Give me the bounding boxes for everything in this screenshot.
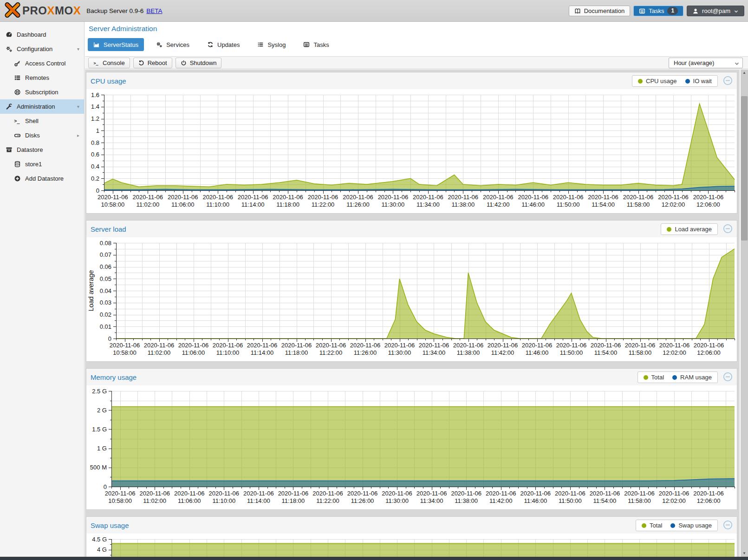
sidebar-item-administration[interactable]: Administration▾ (0, 99, 84, 114)
chevron-down-icon[interactable]: ▾ (77, 46, 79, 52)
legend-item-swap-usage: Swap usage (670, 522, 712, 529)
chevron-down-icon (734, 8, 739, 13)
legend-label: RAM usage (680, 374, 712, 381)
collapse-button[interactable] (723, 76, 733, 85)
svg-text:2020-11-06: 2020-11-06 (448, 194, 479, 201)
swap-usage-panel: Swap usageTotalSwap usage0500 M1 G1.5 G2… (86, 516, 737, 557)
toolbar: >_ConsoleRebootShutdown Hour (average) (85, 56, 748, 69)
tab-serverstatus[interactable]: ServerStatus (88, 38, 144, 51)
svg-text:11:30:00: 11:30:00 (385, 497, 409, 504)
svg-text:Load average: Load average (87, 270, 95, 312)
svg-text:12:06:00: 12:06:00 (696, 201, 720, 208)
collapse-button[interactable] (723, 224, 733, 234)
svg-text:2020-11-06: 2020-11-06 (591, 342, 621, 349)
svg-text:2020-11-06: 2020-11-06 (590, 490, 620, 497)
swap-usage-panel-body: 0500 M1 G1.5 G2 G2.5 G3 G3.5 G4 G4.5 G20… (86, 534, 737, 557)
collapse-button[interactable] (723, 372, 733, 382)
svg-text:2020-11-06: 2020-11-06 (278, 490, 309, 497)
documentation-button[interactable]: Documentation (569, 6, 630, 16)
tab-label: Services (166, 41, 189, 48)
collapse-button[interactable] (723, 520, 733, 530)
svg-text:12:02:00: 12:02:00 (662, 497, 686, 504)
svg-text:11:10:00: 11:10:00 (206, 201, 229, 208)
svg-text:2020-11-06: 2020-11-06 (555, 490, 585, 497)
chevron-down-icon[interactable]: ▾ (77, 104, 79, 109)
sidebar-item-configuration[interactable]: Configuration▾ (0, 42, 84, 56)
svg-text:1.2: 1.2 (91, 115, 99, 122)
svg-text:0.8: 0.8 (91, 139, 99, 146)
tasks-button[interactable]: Tasks 1 (633, 6, 683, 16)
sidebar-item-dashboard[interactable]: Dashboard (0, 27, 84, 42)
product-version: Backup Server 0.9-6 (86, 7, 143, 14)
scrollbar-thumb[interactable] (741, 96, 748, 241)
legend-label: CPU usage (646, 78, 676, 85)
svg-text:11:38:00: 11:38:00 (451, 201, 475, 208)
svg-text:10:58:00: 10:58:00 (113, 349, 137, 356)
svg-text:11:46:00: 11:46:00 (526, 349, 549, 356)
gears-icon (6, 46, 13, 52)
beta-link[interactable]: BETA (146, 7, 162, 14)
sidebar-item-subscription[interactable]: Subscription (0, 85, 84, 99)
sidebar-item-datastore[interactable]: Datastore (0, 143, 84, 157)
svg-text:0: 0 (108, 335, 111, 342)
minus-circle-icon (723, 520, 733, 530)
shutdown-button[interactable]: Shutdown (176, 58, 222, 68)
sidebar-item-label: Administration (17, 103, 55, 110)
chevron-right-icon[interactable]: ▸ (77, 133, 79, 138)
svg-text:0.03: 0.03 (100, 299, 111, 306)
tab-tasks[interactable]: Tasks (298, 38, 334, 51)
vertical-scrollbar[interactable]: ▲ ▼ (741, 70, 748, 557)
proxmox-x-icon (4, 2, 21, 19)
tab-label: Updates (217, 41, 240, 48)
scroll-up-icon[interactable]: ▲ (741, 70, 748, 76)
scroll-down-icon[interactable]: ▼ (741, 550, 748, 557)
svg-text:11:50:00: 11:50:00 (559, 497, 582, 504)
sidebar-item-access-control[interactable]: Access Control (0, 56, 84, 71)
svg-text:10:58:00: 10:58:00 (101, 201, 125, 208)
legend-item-total: Total (642, 522, 662, 529)
tab-label: Tasks (313, 41, 329, 48)
swap-usage-panel-header: Swap usageTotalSwap usage (86, 517, 737, 534)
plus-circle-icon (14, 175, 21, 182)
svg-text:2020-11-06: 2020-11-06 (144, 342, 175, 349)
database-icon (14, 161, 21, 168)
sidebar-item-add-datastore[interactable]: Add Datastore (0, 171, 84, 186)
sidebar-item-shell[interactable]: >_Shell (0, 114, 84, 128)
svg-text:11:38:00: 11:38:00 (457, 349, 480, 356)
svg-text:11:46:00: 11:46:00 (521, 201, 545, 208)
undo-icon (138, 60, 144, 66)
svg-text:2020-11-06: 2020-11-06 (350, 342, 381, 349)
svg-text:11:02:00: 11:02:00 (136, 201, 159, 208)
svg-text:2020-11-06: 2020-11-06 (133, 194, 163, 201)
sidebar-item-disks[interactable]: Disks▸ (0, 128, 84, 143)
tab-updates[interactable]: Updates (202, 38, 245, 51)
svg-text:2020-11-06: 2020-11-06 (588, 194, 618, 201)
hdd-icon (14, 132, 21, 139)
tab-services[interactable]: Services (150, 38, 195, 51)
svg-text:12:06:00: 12:06:00 (697, 349, 721, 356)
svg-text:11:50:00: 11:50:00 (557, 201, 580, 208)
svg-text:0.01: 0.01 (100, 323, 111, 330)
panel-title: Server load (91, 225, 126, 233)
legend-dot (672, 375, 677, 380)
server-load-panel: Server loadLoad average00.010.020.030.04… (86, 220, 737, 362)
time-range-select[interactable]: Hour (average) (669, 58, 743, 68)
cpu-usage-chart: 00.20.40.60.811.21.41.62020-11-0610:58:0… (86, 89, 737, 212)
minus-circle-icon (723, 76, 733, 85)
console-button[interactable]: >_Console (88, 58, 130, 68)
user-menu-button[interactable]: root@pam (687, 6, 744, 16)
svg-text:2020-11-06: 2020-11-06 (213, 342, 243, 349)
sidebar-item-label: store1 (25, 161, 42, 168)
power-icon (181, 60, 187, 66)
reboot-button[interactable]: Reboot (133, 58, 172, 68)
cpu-usage-legend: CPU usageIO wait (632, 75, 718, 87)
svg-text:0: 0 (96, 187, 99, 194)
svg-text:1 G: 1 G (97, 445, 107, 452)
sidebar-item-remotes[interactable]: Remotes (0, 71, 84, 85)
svg-text:11:22:00: 11:22:00 (319, 349, 343, 356)
sidebar-item-store1[interactable]: store1 (0, 157, 84, 171)
tab-syslog[interactable]: Syslog (252, 38, 291, 51)
svg-text:11:50:00: 11:50:00 (560, 349, 583, 356)
svg-text:11:42:00: 11:42:00 (491, 349, 514, 356)
svg-text:11:30:00: 11:30:00 (382, 201, 405, 208)
